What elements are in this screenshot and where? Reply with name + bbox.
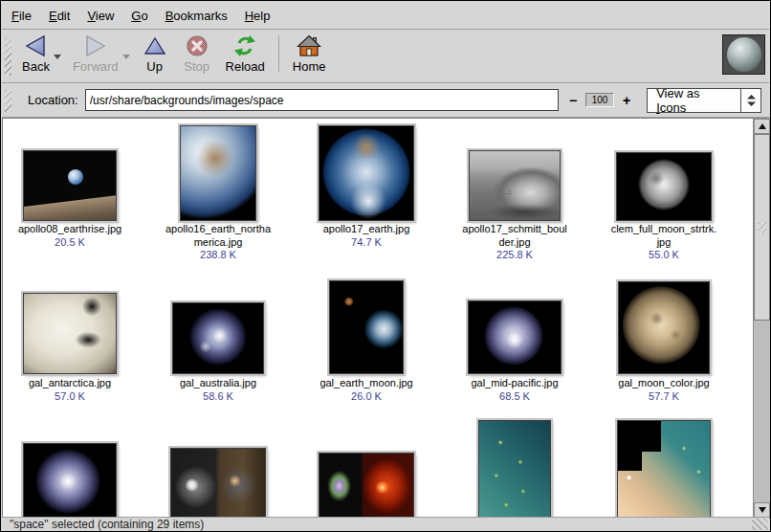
view-mode-dropdown[interactable]: View as Icons <box>647 88 761 113</box>
menu-go[interactable]: Go <box>122 3 156 29</box>
file-manager-window: File Edit View Go Bookmarks Help Back <box>0 0 771 532</box>
file-name: apollo17_schmitt_boul <box>446 223 584 236</box>
scrollbar-thumb[interactable] <box>754 134 770 321</box>
file-name: gal_moon_color.jpg <box>595 377 733 390</box>
forward-button[interactable]: Forward <box>65 30 126 76</box>
file-thumbnail-two-nebulae[interactable] <box>319 453 414 519</box>
globe-sphere-icon <box>727 37 761 72</box>
menu-edit[interactable]: Edit <box>40 3 78 29</box>
home-icon <box>297 33 321 58</box>
file-name: apollo17_earth.jpg <box>297 223 435 236</box>
reload-label: Reload <box>226 60 265 74</box>
toolbar-drag-handle[interactable] <box>5 37 11 76</box>
file-size: 225.8 K <box>446 249 584 262</box>
file-name: clem_full_moon_strtrk. <box>595 223 733 236</box>
file-thumbnail-nebula-mosaic[interactable] <box>617 420 711 519</box>
file-thumbnail-gal-mid-pacific[interactable] <box>468 300 562 374</box>
scroll-down-button[interactable] <box>754 502 770 518</box>
file-thumbnail-teal-nebula[interactable] <box>478 420 551 519</box>
back-label: Back <box>22 60 50 74</box>
file-name: gal_australia.jpg <box>149 377 287 390</box>
status-bar: "space" selected (containing 29 items) <box>2 517 769 530</box>
zoom-in-button[interactable]: + <box>618 93 635 108</box>
forward-icon <box>83 33 108 58</box>
scroll-up-button[interactable] <box>754 119 770 134</box>
file-name: gal_antarctica.jpg <box>2 377 139 390</box>
stop-icon <box>186 33 209 58</box>
file-thumbnail-apollo17-schmitt-boulder[interactable] <box>469 150 561 221</box>
file-label[interactable]: gal_australia.jpg 58.6 K <box>149 377 287 403</box>
menu-file[interactable]: File <box>3 3 40 29</box>
file-label[interactable]: gal_mid-pacific.jpg 68.5 K <box>446 377 584 403</box>
file-size: 26.0 K <box>297 390 435 404</box>
file-thumbnail-gal-antarctica[interactable] <box>23 293 117 374</box>
back-history-dropdown[interactable] <box>54 55 61 59</box>
view-mode-label: View as Icons <box>648 86 740 115</box>
file-thumbnail-colliding-galaxies[interactable] <box>170 448 266 519</box>
zoom-level-indicator: 100 <box>585 93 614 107</box>
menu-help[interactable]: Help <box>236 3 279 29</box>
location-bar: Location: − 100 + View as Icons <box>2 83 769 117</box>
file-thumbnail-clem-full-moon[interactable] <box>616 152 712 221</box>
file-thumbnail-gal-australia[interactable] <box>172 302 264 374</box>
menu-bookmarks[interactable]: Bookmarks <box>157 3 236 29</box>
file-label[interactable]: gal_antarctica.jpg 57.0 K <box>2 377 139 403</box>
file-size: 68.5 K <box>446 390 584 404</box>
file-name: apollo08_earthrise.jpg <box>2 223 139 236</box>
up-button[interactable]: Up <box>134 30 176 76</box>
forward-label: Forward <box>73 60 119 74</box>
file-size: 74.7 K <box>297 236 435 250</box>
scroll-up-arrow-icon <box>759 123 766 129</box>
file-thumbnail-gal-moon-color[interactable] <box>618 281 710 374</box>
home-label: Home <box>293 60 326 74</box>
zoom-out-button[interactable]: − <box>564 93 582 108</box>
file-thumbnail-gal-earth-moon[interactable] <box>329 280 404 374</box>
file-size: 55.0 K <box>595 249 733 262</box>
menu-bar: File Edit View Go Bookmarks Help <box>2 2 769 29</box>
file-label[interactable]: gal_moon_color.jpg 57.7 K <box>595 377 733 403</box>
file-view[interactable]: apollo08_earthrise.jpg 20.5 K apollo16_e… <box>2 118 754 519</box>
file-thumbnail-apollo17-earth[interactable] <box>319 125 414 221</box>
window-resize-grip[interactable] <box>752 518 768 530</box>
file-name: gal_mid-pacific.jpg <box>446 377 584 390</box>
reload-icon <box>232 33 257 58</box>
vertical-scrollbar[interactable] <box>753 118 771 519</box>
file-thumbnail-purple-earth[interactable] <box>23 443 117 519</box>
file-size: 238.8 K <box>149 249 287 262</box>
forward-history-dropdown[interactable] <box>122 55 130 59</box>
status-text: "space" selected (containing 29 items) <box>10 518 204 531</box>
stop-label: Stop <box>184 60 209 74</box>
file-name: merica.jpg <box>149 236 287 250</box>
file-name: gal_earth_moon.jpg <box>297 377 435 390</box>
back-icon <box>23 33 48 58</box>
up-icon <box>143 33 166 58</box>
location-bar-drag-handle[interactable] <box>5 89 11 112</box>
menu-view[interactable]: View <box>78 3 122 29</box>
file-size: 58.6 K <box>149 390 287 404</box>
throbber-frame <box>722 34 765 75</box>
file-thumbnail-apollo08-earthrise[interactable] <box>23 150 117 221</box>
location-label: Location: <box>28 93 78 107</box>
file-label[interactable]: gal_earth_moon.jpg 26.0 K <box>297 377 435 403</box>
file-name: apollo16_earth_northa <box>149 223 287 236</box>
home-button[interactable]: Home <box>285 30 334 76</box>
file-label[interactable]: apollo17_schmitt_boul der.jpg 225.8 K <box>446 223 584 262</box>
up-label: Up <box>146 60 163 74</box>
stop-button[interactable]: Stop <box>176 30 218 76</box>
toolbar-separator <box>278 35 279 72</box>
back-button[interactable]: Back <box>14 30 57 76</box>
file-name: der.jpg <box>446 236 584 250</box>
file-size: 57.0 K <box>2 390 139 404</box>
dropdown-arrows-icon <box>741 95 760 106</box>
file-size: 57.7 K <box>595 390 733 404</box>
location-input[interactable] <box>85 89 559 111</box>
file-label[interactable]: clem_full_moon_strtrk. jpg 55.0 K <box>595 223 733 262</box>
file-size: 20.5 K <box>2 236 139 250</box>
toolbar: Back Forward Up <box>2 30 769 82</box>
file-label[interactable]: apollo08_earthrise.jpg 20.5 K <box>2 223 139 249</box>
reload-button[interactable]: Reload <box>218 30 273 76</box>
file-label[interactable]: apollo17_earth.jpg 74.7 K <box>297 223 435 249</box>
file-label[interactable]: apollo16_earth_northa merica.jpg 238.8 K <box>149 223 287 262</box>
file-name: jpg <box>595 236 733 250</box>
file-thumbnail-apollo16-earth[interactable] <box>180 125 256 221</box>
